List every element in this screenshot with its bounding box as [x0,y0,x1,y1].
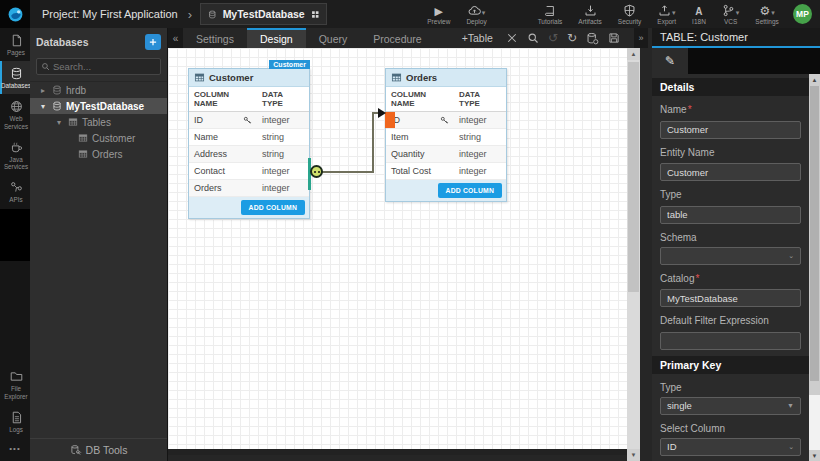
scroll-down-arrow[interactable]: ▼ [809,450,820,461]
rail-item-java-services[interactable]: Java Services [0,135,30,175]
table-icon [194,72,205,83]
field-default-filter: Default Filter Expression [652,315,809,350]
customer-row-address[interactable]: Address string [189,146,309,163]
scroll-up-arrow[interactable]: ▲ [809,74,820,85]
tutorials-label: Tutorials [538,18,563,25]
scrollbar-thumb[interactable] [628,62,639,292]
play-icon: ▶ [435,6,443,17]
inspector-vertical-scrollbar[interactable]: ▲ ▼ [809,74,820,461]
add-database-button[interactable] [145,34,161,50]
save-button[interactable] [608,32,620,44]
tutorials-button[interactable]: Tutorials [530,0,571,28]
tree-item-orders[interactable]: Orders [30,146,167,162]
orders-row-id[interactable]: ID integer [386,112,506,129]
deploy-label: Deploy [466,18,486,25]
expand-right-icon: » [638,33,643,43]
pk-select-column-select[interactable]: ID ⌄ [660,438,801,456]
deploy-caret-icon: ▾ [482,9,486,17]
grid-icon[interactable] [311,9,320,20]
wavemaker-logo-icon [7,6,24,23]
scrollbar-thumb[interactable] [810,86,819,381]
preview-button[interactable]: ▶ Preview [419,0,458,28]
schema-select[interactable]: ⌄ [660,247,801,265]
tree-item-mytestdatabase[interactable]: ▾ MyTestDatabase [30,98,167,114]
catalog-input[interactable] [660,289,801,307]
user-avatar[interactable]: MP [793,4,812,24]
entity-name-input[interactable] [660,163,801,181]
add-table-button[interactable]: +Table [462,32,493,44]
security-button[interactable]: Security [610,0,649,28]
relation-arrow-icon [378,108,386,118]
vcs-button[interactable]: ▾ VCS [714,0,748,28]
rail-item-apis[interactable]: APIs [0,175,30,208]
orders-row-item[interactable]: Item string [386,129,506,146]
i18n-button[interactable]: A I18N [684,0,714,28]
logs-icon [10,411,23,424]
rail-item-logs[interactable]: Logs [0,405,30,438]
customer-table-header[interactable]: Customer [189,69,309,87]
collapse-panel-button[interactable]: « [168,28,183,48]
customer-add-column-button[interactable]: ADD COLUMN [241,200,305,215]
expand-expanded-icon[interactable]: ▾ [54,118,64,127]
settings-button[interactable]: ⚙ ▾ Settings [747,0,787,28]
customer-row-contact[interactable]: Contact integer [189,163,309,180]
canvas-vertical-scrollbar[interactable]: ▲ ▼ [627,48,640,461]
gear-icon: ⚙ [759,6,770,17]
customer-row-name[interactable]: Name string [189,129,309,146]
edit-tab[interactable]: ✎ [652,48,688,74]
shield-icon [623,4,636,17]
tab-settings[interactable]: Settings [183,28,247,48]
tree-item-customer[interactable]: Customer [30,130,167,146]
scroll-up-arrow[interactable]: ▲ [627,48,640,60]
rail-item-file-explorer[interactable]: File Explorer [0,364,30,404]
db-tools-button[interactable]: DB Tools [30,438,167,461]
schema-canvas[interactable]: Customer Customer COLUMN NAME DATA TYPE … [168,48,627,455]
expand-expanded-icon[interactable]: ▾ [38,102,48,111]
relation-drag-handle[interactable] [310,165,323,178]
rail-label: APIs [9,196,22,203]
type-input[interactable] [660,206,801,224]
customer-row-id[interactable]: ID integer [189,112,309,129]
export-button[interactable]: ▾ Export [649,0,684,28]
deploy-button[interactable]: ▾ Deploy [458,0,494,28]
default-filter-input[interactable] [660,332,801,350]
rail-label: Logs [9,426,23,433]
wavemaker-logo[interactable] [0,0,30,28]
rail-item-databases[interactable]: Databases [0,61,30,94]
entity-table-orders[interactable]: Orders COLUMN NAME DATA TYPE ID integer [385,68,507,202]
asset-tab-mytestdatabase[interactable]: MyTestDatabase [200,3,327,25]
pk-type-select[interactable]: single ▼ [660,397,801,415]
project-breadcrumb[interactable]: Project: My First Application [42,8,178,20]
tab-design[interactable]: Design [247,28,306,48]
orders-add-column-button[interactable]: ADD COLUMN [438,183,502,198]
databases-panel-title: Databases [36,36,145,48]
database-search-input[interactable] [53,61,156,72]
required-asterisk: * [688,104,692,115]
pages-file-icon [10,34,23,47]
tree-item-hrdb[interactable]: ▸ hrdb [30,82,167,98]
tab-query[interactable]: Query [306,28,361,48]
zoom-search-button[interactable] [527,32,539,44]
undo-button[interactable]: ↺ [548,32,558,44]
delete-button[interactable] [506,32,518,44]
entity-table-customer[interactable]: Customer Customer COLUMN NAME DATA TYPE … [188,68,310,219]
expand-collapsed-icon[interactable]: ▸ [38,86,48,95]
update-database-button[interactable] [586,32,599,45]
scroll-down-arrow[interactable]: ▼ [627,449,640,461]
more-options-icon[interactable]: ••• [0,438,30,461]
tree-item-tables[interactable]: ▾ Tables [30,114,167,130]
rail-item-pages[interactable]: Pages [0,28,30,61]
tab-procedure[interactable]: Procedure [360,28,434,48]
rail-item-web-services[interactable]: Web Services [0,94,30,134]
orders-row-total-cost[interactable]: Total Cost integer [386,163,506,180]
orders-table-header[interactable]: Orders [386,69,506,87]
name-input[interactable] [660,121,801,139]
orders-row-quantity[interactable]: Quantity integer [386,146,506,163]
artifacts-button[interactable]: Artifacts [570,0,609,28]
redo-button[interactable]: ↻ [567,32,577,44]
expand-panel-button[interactable]: » [634,28,648,48]
caret-down-icon: ▼ [787,402,794,409]
app-window: Project: My First Application › MyTestDa… [0,0,820,461]
cloud-upload-icon [468,4,481,17]
customer-row-orders[interactable]: Orders integer [189,180,309,197]
